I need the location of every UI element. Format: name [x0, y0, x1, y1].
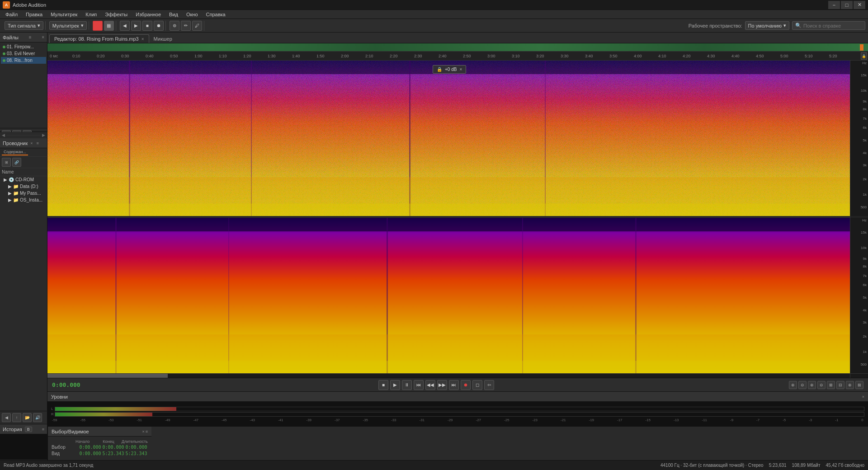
menu-multitrack[interactable]: Мультитрек	[47, 11, 81, 18]
levels-menu-button[interactable]: ×	[862, 395, 864, 399]
tree-item-data[interactable]: ▶ 📁 Data (D:)	[2, 183, 47, 190]
color-red-button[interactable]	[93, 21, 103, 31]
status-time-pos: 5:23,631	[769, 463, 787, 468]
signal-type-dropdown[interactable]: Тип сигнала ▾	[5, 21, 43, 30]
zoom-sel-button[interactable]: ⊕	[846, 381, 854, 389]
spectrogram-top[interactable]: 🔒 +0 dB ×	[47, 61, 850, 216]
status-right: 44100 Гц · 32-бит (с плавающей точкой) ·…	[660, 463, 864, 468]
explorer-nav-prev[interactable]: ◀	[2, 413, 11, 422]
multitrack-label: Мультитрек	[52, 23, 79, 28]
explorer-nav-up[interactable]: ↑	[12, 413, 21, 422]
file-item-2[interactable]: 03. Evil Never	[1, 50, 46, 57]
scale-59: -59	[52, 418, 57, 422]
scale-55: -55	[80, 418, 86, 422]
explorer-open[interactable]: 📂	[23, 413, 32, 422]
menu-favorites[interactable]: Избранное	[132, 11, 165, 18]
freq-8k-top: 8k	[863, 107, 867, 111]
zoom-in-vert-button[interactable]: ⊕	[808, 381, 816, 389]
zoom-out-vert-button[interactable]: ⊖	[817, 381, 826, 389]
color-gray-button[interactable]: ▦	[104, 21, 114, 31]
lasso-tool[interactable]: ⊚	[170, 21, 179, 31]
right-info-panel: Выбор/Видимое × ≡ Начало Конец Длительно…	[47, 427, 151, 460]
menu-edit[interactable]: Правка	[22, 11, 46, 18]
svg-text:5:20: 5:20	[829, 54, 837, 58]
multitrack-dropdown[interactable]: Мультитрек ▾	[49, 21, 87, 30]
editor-tab[interactable]: Редактор: 08. Rising From Ruins.mp3 ×	[49, 34, 149, 43]
collapse-left-arrow[interactable]: ◀	[0, 133, 7, 137]
tooltip-close-button[interactable]: ×	[459, 67, 462, 72]
menu-clip[interactable]: Клип	[82, 11, 100, 18]
zoom-full-button[interactable]: ⊠	[827, 381, 835, 389]
tree-item-mypass[interactable]: ▶ 📁 My Pass...	[2, 190, 47, 197]
tool-back-button[interactable]: ◀	[120, 21, 130, 31]
transport-pause-button[interactable]: ⏸	[402, 380, 412, 390]
transport-stop-button[interactable]: ■	[378, 380, 388, 390]
selection-info-menu[interactable]: ≡	[146, 429, 148, 434]
editor-tab-close[interactable]: ×	[142, 37, 144, 42]
explorer-bottom-tools: ◀ ↑ 📂 🔊	[0, 411, 47, 424]
menu-effects[interactable]: Эффекты	[101, 11, 131, 18]
selection-info-close[interactable]: ×	[142, 429, 144, 434]
transport-toend-button[interactable]: ⏭	[449, 380, 459, 390]
zoom-out-button[interactable]: ⊖	[798, 381, 807, 389]
menu-help[interactable]: Справка	[203, 11, 229, 18]
menu-explorer-button[interactable]: ≡	[36, 141, 38, 146]
zoom-all-button[interactable]: ⊠	[855, 381, 863, 389]
tool-record-button[interactable]: ⏺	[154, 21, 164, 31]
explorer-play[interactable]: 🔊	[33, 413, 42, 422]
file-item-1[interactable]: 01. Firepow...	[1, 43, 46, 50]
spectrogram-bottom-svg	[47, 218, 850, 373]
menu-window[interactable]: Окно	[183, 11, 202, 18]
tooltip-value: +0 dB	[445, 67, 457, 72]
zoom-in-button[interactable]: ⊕	[789, 381, 797, 389]
tool-forward-button[interactable]: ▶	[131, 21, 141, 31]
tree-item-osinsta[interactable]: ▶ 📁 OS_Insta...	[2, 197, 47, 203]
transport-tostart-button[interactable]: ⏮	[414, 380, 424, 390]
pin-files-button[interactable]: ≡	[29, 35, 32, 40]
history-menu-button[interactable]: ≡	[42, 427, 44, 432]
scale-5: -5	[783, 418, 786, 422]
close-explorer-button[interactable]: ×	[30, 141, 33, 146]
freq-8k-bottom: 8k	[863, 264, 867, 268]
view-end-value: 5:23.343	[102, 451, 125, 456]
file-item-3[interactable]: 08. Ris...fron	[1, 57, 46, 64]
tree-item-cdrom[interactable]: ▶ 💿 CD-ROM	[2, 176, 47, 183]
tool-stop-button[interactable]: ■	[142, 21, 152, 31]
file-dot-3	[3, 59, 5, 62]
menu-view[interactable]: Вид	[165, 11, 182, 18]
close-files-button[interactable]: ×	[42, 35, 44, 40]
transport-loop-button[interactable]: ◻	[472, 380, 482, 390]
brush-tool[interactable]: 🖊	[192, 21, 202, 31]
horizontal-scrollbar[interactable]	[47, 373, 850, 378]
transport-bar: 0:00.000 ■ ▶ ⏸ ⏮ ◀◀ ▶▶ ⏭ ⏺ ◻ ⇦ ⊕ ⊖ ⊕	[47, 378, 868, 391]
transport-forward-button[interactable]: ▶▶	[437, 380, 447, 390]
scale-49: -49	[165, 418, 170, 422]
spectrogram-bottom[interactable]	[47, 218, 850, 373]
search-input[interactable]	[803, 23, 862, 28]
history-b-button[interactable]: B	[25, 427, 32, 432]
transport-record-button[interactable]: ⏺	[461, 380, 471, 390]
pencil-tool[interactable]: ✏	[181, 21, 191, 31]
files-empty-area	[0, 65, 47, 128]
mixer-tab[interactable]: Микшер	[149, 35, 177, 43]
search-box[interactable]: 🔍	[792, 21, 865, 30]
maximize-button[interactable]: □	[841, 1, 853, 9]
freq-500-bottom: 500	[861, 362, 867, 367]
scroll-lock-button[interactable]: 🔒	[861, 52, 867, 60]
collapse-right-arrow[interactable]: ▶	[40, 133, 47, 137]
workspace-dropdown[interactable]: По умолчанию ▾	[745, 21, 789, 30]
scrollbar-thumb[interactable]	[47, 374, 168, 378]
zoom-fit-button[interactable]: ⊟	[836, 381, 844, 389]
explorer-tool-2[interactable]: 🔗	[12, 158, 21, 167]
title-text: Adobe Audition	[13, 2, 828, 8]
close-button[interactable]: ✕	[854, 1, 865, 9]
menu-file[interactable]: Файл	[2, 11, 21, 18]
svg-text:4:40: 4:40	[731, 54, 740, 58]
transport-play-button[interactable]: ▶	[390, 380, 400, 390]
explorer-tab-contents[interactable]: Содержан...	[2, 149, 28, 155]
scale-1: -1	[835, 418, 838, 422]
transport-punch-button[interactable]: ⇦	[484, 380, 494, 390]
explorer-tool-1[interactable]: ⊞	[2, 158, 11, 167]
minimize-button[interactable]: −	[828, 1, 840, 9]
transport-rewind-button[interactable]: ◀◀	[425, 380, 435, 390]
